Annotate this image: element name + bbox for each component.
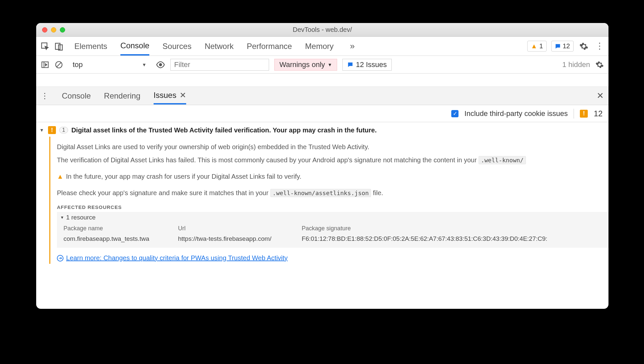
issue-text: Please check your app's signature and ma… [57, 189, 270, 196]
code-snippet: .well-known/assetlinks.json [270, 189, 371, 197]
live-expression-icon[interactable] [156, 60, 165, 69]
drawer-menu-icon[interactable]: ⋮ [41, 91, 49, 101]
resource-table: Package name Url Package signature com.f… [60, 223, 605, 244]
tab-performance[interactable]: Performance [247, 38, 292, 55]
issue-paragraph: Digital Asset Links are used to verify y… [57, 142, 608, 152]
col-url: Url [175, 224, 298, 233]
console-filter-bar: top ▼ Warnings only ▼ 12 Issues 1 hidden [36, 56, 608, 74]
issue-text: In the future, your app may crash for us… [66, 171, 302, 181]
warnings-badge[interactable]: ▲ 1 [527, 41, 547, 52]
log-level-select[interactable]: Warnings only ▼ [274, 59, 337, 71]
table-row: com.firebaseapp.twa_tests.twa https://tw… [61, 234, 605, 244]
settings-icon[interactable] [578, 41, 589, 52]
col-package-signature: Package signature [299, 224, 605, 233]
more-tabs-icon[interactable]: » [347, 41, 358, 52]
select-element-icon[interactable] [39, 41, 51, 52]
traffic-lights [36, 27, 65, 33]
issue-row[interactable]: ▼ ! 1 Digital asset links of the Trusted… [36, 125, 608, 137]
console-blank-area [36, 74, 608, 87]
issue-occurrence-count: 1 [59, 127, 68, 133]
drawer-tab-bar: ⋮ Console Rendering Issues ✕ ✕ [36, 87, 608, 105]
cell-package: com.firebaseapp.twa_tests.twa [61, 234, 175, 244]
tab-sources[interactable]: Sources [162, 38, 191, 55]
tab-console[interactable]: Console [120, 37, 149, 56]
issues-toolbar: ✓ Include third-party cookie issues ! 12 [36, 105, 608, 122]
issue-text: file. [373, 189, 383, 196]
issue-paragraph: The verification of Digital Asset Links … [57, 155, 608, 165]
window-minimize-button[interactable] [51, 27, 56, 33]
console-settings-icon[interactable] [595, 60, 604, 69]
toggle-sidebar-icon[interactable] [41, 60, 49, 69]
svg-line-6 [57, 62, 61, 67]
clear-console-icon[interactable] [55, 60, 63, 69]
learn-more-row: ➜ Learn more: Changes to quality criteri… [57, 254, 608, 262]
warning-icon: ▲ [57, 171, 63, 181]
drawer-tab-rendering[interactable]: Rendering [104, 88, 140, 104]
issue-warning-line: ▲ In the future, your app may crash for … [57, 171, 301, 181]
drawer-tab-issues-label: Issues [154, 91, 176, 100]
main-tab-right: ▲ 1 12 ⋮ [527, 41, 605, 52]
open-issues-button[interactable]: 12 Issues [342, 59, 392, 71]
affected-resources-heading: AFFECTED RESOURCES [57, 204, 608, 210]
include-third-party-checkbox[interactable]: ✓ [451, 110, 458, 117]
log-level-value: Warnings only [279, 60, 325, 69]
resource-summary[interactable]: ▼ 1 resource [60, 214, 605, 221]
issues-button-label: 12 Issues [356, 60, 387, 69]
message-icon [347, 62, 353, 68]
warning-icon: ▲ [531, 42, 537, 50]
hidden-count: 1 hidden [562, 60, 590, 69]
tab-network[interactable]: Network [205, 38, 234, 55]
window-title: DevTools - web.dev/ [36, 26, 608, 34]
messages-badge[interactable]: 12 [551, 41, 574, 52]
context-value: top [73, 60, 83, 69]
drawer-tab-issues[interactable]: Issues ✕ [154, 87, 186, 104]
warnings-count: 1 [539, 42, 543, 50]
device-toolbar-icon[interactable] [53, 41, 64, 52]
disclosure-triangle-icon[interactable]: ▼ [60, 215, 64, 220]
filter-input[interactable] [170, 59, 269, 71]
issue-details: Digital Asset Links are used to verify y… [49, 137, 608, 264]
tab-elements[interactable]: Elements [74, 38, 107, 55]
cell-signature: F6:01:12:78:BD:E1:88:52:D5:0F:05:2A:5E:6… [299, 234, 605, 244]
include-third-party-label: Include third-party cookie issues [464, 109, 568, 118]
issue-warning-icon: ! [48, 126, 56, 134]
drawer-close-icon[interactable]: ✕ [597, 91, 604, 101]
issue-paragraph: Please check your app's signature and ma… [57, 188, 608, 198]
table-header-row: Package name Url Package signature [61, 224, 605, 233]
chevron-down-icon: ▼ [142, 62, 147, 67]
window-maximize-button[interactable] [60, 27, 65, 33]
issues-total-count: 12 [594, 109, 603, 118]
col-package-name: Package name [61, 224, 175, 233]
chevron-down-icon: ▼ [328, 62, 332, 67]
resource-summary-text: 1 resource [66, 214, 96, 221]
main-tab-bar: Elements Console Sources Network Perform… [36, 37, 608, 56]
tab-memory[interactable]: Memory [305, 38, 334, 55]
context-select[interactable]: top ▼ [68, 59, 151, 71]
learn-more-link[interactable]: Learn more: Changes to quality criteria … [66, 254, 288, 262]
divider [574, 109, 574, 119]
issue-title: Digital asset links of the Trusted Web A… [71, 126, 377, 134]
issues-list: ▼ ! 1 Digital asset links of the Trusted… [36, 122, 608, 309]
close-tab-icon[interactable]: ✕ [180, 91, 186, 100]
titlebar: DevTools - web.dev/ [36, 23, 608, 37]
issues-warning-icon: ! [580, 110, 588, 118]
svg-point-7 [159, 63, 162, 66]
drawer-tab-console[interactable]: Console [62, 88, 91, 104]
code-snippet: .well-known/ [479, 156, 526, 164]
cell-url: https://twa-tests.firebaseapp.com/ [175, 234, 298, 244]
message-icon [555, 43, 561, 49]
kebab-menu-icon[interactable]: ⋮ [594, 41, 605, 52]
svg-rect-1 [56, 43, 60, 49]
main-tab-list: Elements Console Sources Network Perform… [74, 37, 358, 56]
disclosure-triangle-icon[interactable]: ▼ [39, 127, 45, 133]
affected-resources-block: ▼ 1 resource Package name Url Package si… [57, 212, 608, 248]
devtools-window: DevTools - web.dev/ Elements Console Sou… [36, 23, 608, 309]
messages-count: 12 [563, 42, 570, 50]
external-link-icon: ➜ [57, 255, 63, 262]
issue-text: The verification of Digital Asset Links … [57, 156, 479, 164]
window-close-button[interactable] [42, 27, 47, 33]
